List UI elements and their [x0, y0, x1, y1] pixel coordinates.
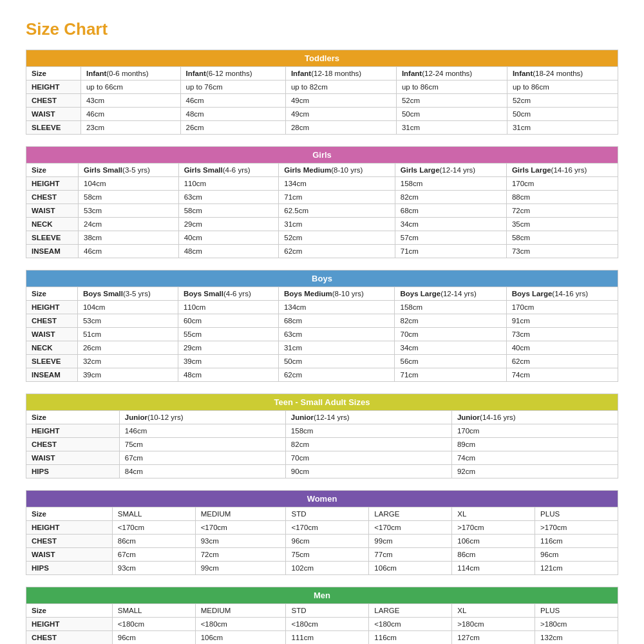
boys-row-0-cell-2: 110cm [178, 301, 278, 314]
girls-row-0-cell-0: HEIGHT [26, 177, 79, 191]
girls-row-2-cell-4: 68cm [395, 204, 506, 218]
boys-row-1-cell-4: 82cm [395, 314, 506, 328]
toddlers-row-3-cell-5: 31cm [507, 121, 618, 135]
toddlers-row-1-cell-0: CHEST [26, 94, 81, 108]
girls-row-2-cell-3: 62.5cm [279, 204, 395, 218]
teen-row-0-cell-0: HEIGHT [26, 424, 120, 438]
women-row-2-cell-0: WAIST [26, 548, 113, 562]
boys-row-0-cell-3: 134cm [278, 301, 395, 314]
boys-row-2-cell-0: WAIST [26, 328, 78, 341]
toddlers-row-0-cell-5: up to 86cm [507, 80, 618, 94]
teen-row-2-cell-1: 67cm [119, 451, 285, 465]
girls-row-0-cell-1: 104cm [78, 177, 178, 191]
men-col-header-4: LARGE [369, 604, 452, 618]
teen-row-2-cell-0: WAIST [26, 451, 120, 465]
toddlers-row-1-cell-2: 46cm [180, 94, 285, 108]
women-row-0-cell-1: <170cm [112, 521, 195, 535]
section-women: WomenSizeSMALLMEDIUMSTDLARGEXLPLUSHEIGHT… [26, 490, 618, 575]
page-title: Size Chart [26, 19, 618, 39]
toddlers-row-3-cell-4: 31cm [396, 121, 507, 135]
boys-row-4-cell-5: 62cm [506, 355, 618, 368]
teen-row-0-cell-2: 158cm [285, 424, 451, 438]
girls-col-header-0: Size [26, 164, 79, 177]
teen-row-2-cell-2: 70cm [285, 451, 451, 465]
boys-row-5-cell-5: 74cm [506, 368, 618, 382]
women-row-2-cell-5: 86cm [452, 548, 535, 562]
girls-section-title: Girls [26, 147, 618, 164]
girls-col-header-2: Girls Small(4-6 yrs) [178, 164, 279, 177]
men-row-0-cell-5: >180cm [452, 618, 535, 631]
men-row-0-cell-4: <180cm [369, 618, 452, 631]
men-col-header-0: Size [26, 604, 113, 618]
boys-row-5-cell-2: 48cm [178, 368, 278, 382]
women-row-3-cell-5: 114cm [452, 562, 535, 575]
boys-col-header-4: Boys Large(12-14 yrs) [395, 287, 506, 301]
women-row-0-cell-0: HEIGHT [26, 521, 113, 535]
teen-section-title: Teen - Small Adult Sizes [26, 394, 618, 411]
girls-row-3-cell-5: 35cm [506, 218, 618, 231]
women-row-0-cell-5: >170cm [452, 521, 535, 535]
women-row-3-cell-2: 99cm [195, 562, 286, 575]
teen-row-0-cell-1: 146cm [119, 424, 285, 438]
women-col-header-5: XL [452, 507, 535, 521]
women-col-header-4: LARGE [369, 507, 452, 521]
boys-row-5-cell-0: INSEAM [26, 368, 78, 382]
girls-row-1-cell-0: CHEST [26, 191, 79, 204]
section-teen: Teen - Small Adult SizesSizeJunior(10-12… [26, 393, 618, 478]
men-row-0-cell-3: <180cm [286, 618, 369, 631]
girls-row-3-cell-4: 34cm [395, 218, 506, 231]
men-section-title: Men [26, 587, 618, 604]
toddlers-col-header-1: Infant(0-6 months) [80, 67, 180, 80]
boys-row-3-cell-4: 34cm [395, 341, 506, 355]
men-row-1-cell-6: 132cm [535, 631, 618, 645]
boys-row-1-cell-5: 91cm [506, 314, 618, 328]
toddlers-row-0-cell-2: up to 76cm [180, 80, 285, 94]
teen-row-3-cell-2: 90cm [285, 465, 451, 478]
men-row-1-cell-1: 96cm [112, 631, 195, 645]
boys-row-5-cell-1: 39cm [77, 368, 178, 382]
toddlers-row-3-cell-0: SLEEVE [26, 121, 81, 135]
boys-row-4-cell-0: SLEEVE [26, 355, 78, 368]
women-row-3-cell-0: HIPS [26, 562, 113, 575]
girls-row-0-cell-5: 170cm [506, 177, 618, 191]
women-col-header-2: MEDIUM [195, 507, 286, 521]
teen-row-1-cell-1: 75cm [119, 438, 285, 451]
men-row-0-cell-2: <180cm [195, 618, 286, 631]
toddlers-row-1-cell-4: 52cm [396, 94, 507, 108]
men-col-header-5: XL [452, 604, 535, 618]
toddlers-row-2-cell-4: 50cm [396, 108, 507, 121]
boys-row-0-cell-1: 104cm [77, 301, 178, 314]
women-row-2-cell-6: 96cm [535, 548, 618, 562]
boys-row-1-cell-0: CHEST [26, 314, 78, 328]
girls-row-0-cell-3: 134cm [279, 177, 395, 191]
toddlers-section-title: Toddlers [26, 50, 618, 67]
toddlers-col-header-5: Infant(18-24 months) [507, 67, 618, 80]
girls-row-2-cell-0: WAIST [26, 204, 79, 218]
girls-row-5-cell-2: 48cm [178, 245, 279, 258]
girls-row-5-cell-3: 62cm [279, 245, 395, 258]
boys-row-5-cell-3: 62cm [278, 368, 395, 382]
girls-row-1-cell-1: 58cm [78, 191, 178, 204]
girls-col-header-4: Girls Large(12-14 yrs) [395, 164, 506, 177]
teen-row-1-cell-3: 89cm [451, 438, 618, 451]
teen-row-3-cell-0: HIPS [26, 465, 120, 478]
toddlers-row-2-cell-3: 49cm [285, 108, 396, 121]
girls-row-5-cell-0: INSEAM [26, 245, 79, 258]
women-row-0-cell-3: <170cm [286, 521, 369, 535]
toddlers-row-0-cell-1: up to 66cm [80, 80, 180, 94]
toddlers-col-header-4: Infant(12-24 months) [396, 67, 507, 80]
women-row-0-cell-4: <170cm [369, 521, 452, 535]
boys-row-1-cell-2: 60cm [178, 314, 278, 328]
boys-row-3-cell-2: 29cm [178, 341, 278, 355]
women-row-0-cell-6: >170cm [535, 521, 618, 535]
girls-row-4-cell-3: 52cm [279, 231, 395, 245]
boys-row-2-cell-4: 70cm [395, 328, 506, 341]
girls-row-4-cell-0: SLEEVE [26, 231, 79, 245]
women-row-2-cell-2: 72cm [195, 548, 286, 562]
toddlers-row-3-cell-1: 23cm [80, 121, 180, 135]
men-row-0-cell-1: <180cm [112, 618, 195, 631]
girls-row-1-cell-3: 71cm [279, 191, 395, 204]
girls-row-4-cell-4: 57cm [395, 231, 506, 245]
women-row-2-cell-4: 77cm [369, 548, 452, 562]
teen-row-0-cell-3: 170cm [451, 424, 618, 438]
